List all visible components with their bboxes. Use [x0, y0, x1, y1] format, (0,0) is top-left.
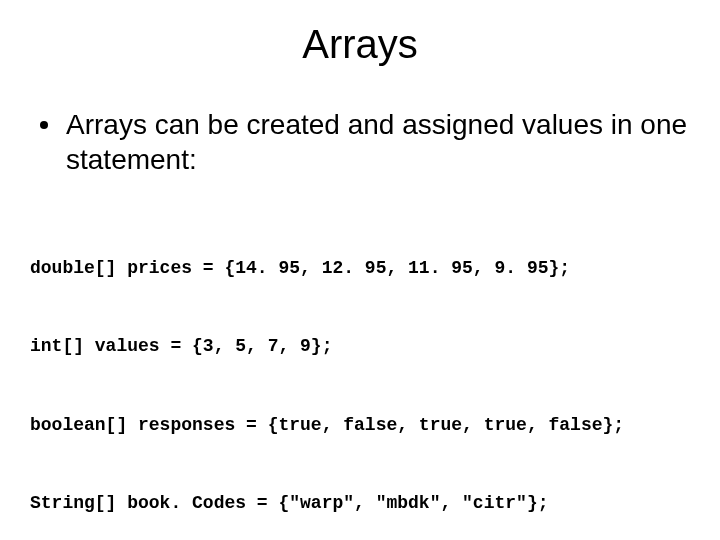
- bullet-dot-icon: [40, 121, 48, 129]
- code-line: double[] prices = {14. 95, 12. 95, 11. 9…: [30, 255, 690, 281]
- code-block: double[] prices = {14. 95, 12. 95, 11. 9…: [30, 203, 690, 540]
- code-line: String[] book. Codes = {"warp", "mbdk", …: [30, 490, 690, 516]
- slide-body: Arrays can be created and assigned value…: [0, 107, 720, 540]
- bullet-text: Arrays can be created and assigned value…: [66, 107, 690, 177]
- bullet-item: Arrays can be created and assigned value…: [40, 107, 690, 177]
- slide: Arrays Arrays can be created and assigne…: [0, 22, 720, 540]
- slide-title: Arrays: [0, 22, 720, 67]
- code-line: boolean[] responses = {true, false, true…: [30, 412, 690, 438]
- code-line: int[] values = {3, 5, 7, 9};: [30, 333, 690, 359]
